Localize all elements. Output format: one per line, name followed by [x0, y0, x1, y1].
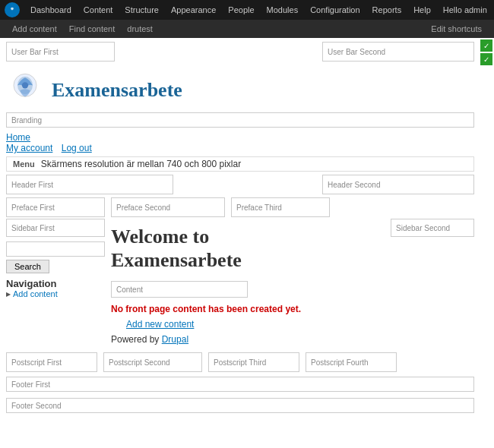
sec-toolbar-drutest[interactable]: drutest [121, 20, 159, 38]
toolbar-appearance[interactable]: Appearance [165, 0, 222, 20]
footer-first-region: Footer First [6, 377, 474, 392]
toolbar-help[interactable]: Help [407, 0, 437, 20]
toolbar-people[interactable]: People [222, 0, 260, 20]
toolbar-reports[interactable]: Reports [366, 0, 408, 20]
sidebar-first: Sidebar First Search Navigation Add cont… [6, 219, 105, 345]
green-check-1[interactable]: ✓ [480, 39, 492, 52]
search-input[interactable] [6, 241, 105, 257]
postscript-row: Postscript First Postscript Second Posts… [0, 351, 480, 374]
sec-toolbar-add-content[interactable]: Add content [6, 20, 63, 38]
secondary-toolbar: Add content Find content drutest Edit sh… [0, 20, 494, 38]
branding-region-label: Branding [6, 112, 474, 128]
sec-toolbar-find-content[interactable]: Find content [63, 20, 122, 38]
add-content-nav-link[interactable]: Add content [6, 289, 105, 298]
header-row: Header First Header Second [0, 173, 480, 196]
site-name: Examensarbete [52, 79, 182, 102]
edit-shortcuts-button[interactable]: Edit shortcuts [425, 24, 488, 33]
menu-bar: Menu Skärmens resolution är mellan 740 o… [6, 156, 474, 172]
toolbar-user-area: Hello admin Log out ▼ [437, 0, 494, 20]
green-check-2[interactable]: ✓ [480, 53, 492, 65]
site-logo[interactable] [6, 71, 44, 109]
preface-first-region: Preface First [6, 197, 105, 217]
no-content-text: No front page content has been created y… [111, 304, 385, 314]
preface-third-region: Preface Third [231, 197, 330, 217]
preface-second-region: Preface Second [111, 197, 225, 217]
menu-resolution-text: Skärmens resolution är mellan 740 och 80… [41, 159, 241, 169]
footer-first-row: Footer First [0, 374, 480, 395]
footer-second-row: Footer Second [0, 395, 480, 416]
postscript-second-region: Postscript Second [103, 352, 202, 372]
no-content-rest: front page content has been created yet. [123, 304, 301, 314]
green-checks-container: ✓ ✓ [479, 38, 494, 67]
toolbar-configuration[interactable]: Configuration [304, 0, 366, 20]
toolbar-content[interactable]: Content [78, 0, 119, 20]
content-area: Sidebar First Search Navigation Add cont… [0, 219, 480, 345]
navigation-heading: Navigation [6, 278, 105, 289]
search-button[interactable]: Search [6, 260, 49, 273]
page-wrapper: ✓ ✓ User Bar First User Bar Second Exame… [0, 38, 494, 416]
postscript-third-region: Postscript Third [208, 352, 299, 372]
header-second-region: Header Second [322, 175, 474, 194]
toolbar-modules[interactable]: Modules [261, 0, 305, 20]
search-block: Search [6, 241, 105, 273]
my-account-link[interactable]: My account [6, 143, 52, 153]
admin-toolbar: Dashboard Content Structure Appearance P… [0, 0, 494, 20]
main-content: Welcome to Examensarbete Content No fron… [111, 219, 385, 345]
toolbar-structure[interactable]: Structure [119, 0, 165, 20]
welcome-heading: Welcome to Examensarbete [111, 225, 385, 272]
menu-label: Menu [13, 159, 35, 169]
toolbar-hello-admin: Hello admin [437, 0, 493, 20]
sidebar-second: Sidebar Second [391, 219, 474, 345]
footer-second-region: Footer Second [6, 398, 474, 413]
no-prefix: No [111, 304, 123, 314]
user-bar-second-region: User Bar Second [322, 42, 474, 62]
user-bar-row: User Bar First User Bar Second [0, 38, 480, 65]
header-first-region: Header First [6, 175, 173, 194]
drupal-logo[interactable] [5, 2, 20, 17]
powered-by: Powered by Drupal [111, 334, 385, 345]
postscript-fourth-region: Postscript Fourth [306, 352, 397, 372]
add-new-content-link[interactable]: Add new content [111, 319, 385, 330]
home-link[interactable]: Home [6, 132, 30, 143]
drupal-link[interactable]: Drupal [162, 334, 188, 345]
log-out-link[interactable]: Log out [62, 143, 92, 153]
sidebar-first-label: Sidebar First [6, 219, 105, 237]
sidebar-second-label: Sidebar Second [391, 219, 474, 237]
user-bar-first-region: User Bar First [6, 42, 115, 62]
nav-links: Home My account Log out [0, 131, 480, 155]
toolbar-dashboard[interactable]: Dashboard [24, 0, 78, 20]
preface-row: Preface First Preface Second Preface Thi… [0, 196, 480, 219]
svg-point-3 [22, 82, 28, 88]
postscript-first-region: Postscript First [6, 352, 97, 372]
content-region-label: Content [111, 281, 248, 298]
branding-row: Examensarbete [0, 65, 480, 112]
